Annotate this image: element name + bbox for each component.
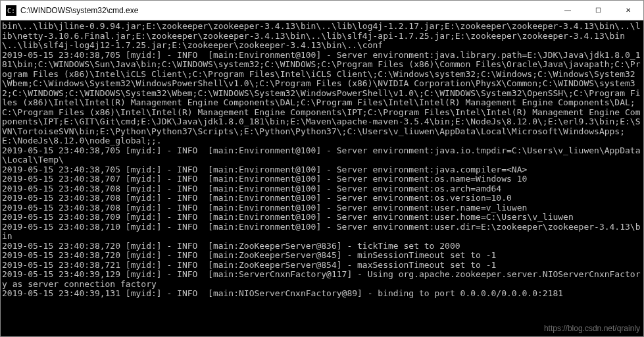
console-line: 2019-05-15 23:40:38,709 [myid:] - INFO [… [2,213,642,222]
console-line: 2019-05-15 23:40:38,720 [myid:] - INFO [… [2,242,642,251]
close-icon: ✕ [626,7,631,14]
maximize-button[interactable]: ☐ [583,1,613,20]
console-line: 2019-05-15 23:40:38,721 [myid:] - INFO [… [2,261,642,271]
minimize-icon: — [564,7,571,14]
console-output[interactable]: bin\..\lib\jline-0.9.94.jar;E:\zookeeper… [1,20,643,336]
console-line: 2019-05-15 23:40:38,710 [myid:] - INFO [… [2,222,642,242]
console-line: 2019-05-15 23:40:39,129 [myid:] - INFO [… [2,270,642,289]
window-title: C:\WINDOWS\system32\cmd.exe [20,6,553,15]
console-line: 2019-05-15 23:40:38,708 [myid:] - INFO [… [2,203,642,213]
console-line: 2019-05-15 23:40:38,705 [myid:] - INFO [… [2,51,642,146]
minimize-button[interactable]: — [553,1,583,20]
console-line: 2019-05-15 23:40:39,131 [myid:] - INFO [… [2,289,642,299]
console-line: 2019-05-15 23:40:38,705 [myid:] - INFO [… [2,165,642,175]
window-controls: — ☐ ✕ [553,1,643,20]
console-line: bin\..\lib\jline-0.9.94.jar;E:\zookeeper… [2,22,642,51]
close-button[interactable]: ✕ [613,1,643,20]
console-line: 2019-05-15 23:40:38,708 [myid:] - INFO [… [2,194,642,203]
titlebar[interactable]: C: C:\WINDOWS\system32\cmd.exe — ☐ ✕ [1,1,643,20]
console-line: 2019-05-15 23:40:38,705 [myid:] - INFO [… [2,146,642,165]
console-line: 2019-05-15 23:40:38,707 [myid:] - INFO [… [2,174,642,184]
cmd-window: C: C:\WINDOWS\system32\cmd.exe — ☐ ✕ bin… [0,0,644,337]
maximize-icon: ☐ [595,7,601,14]
svg-text:C:: C: [7,7,15,14]
console-line: 2019-05-15 23:40:38,708 [myid:] - INFO [… [2,184,642,194]
cmd-icon: C: [6,5,16,16]
console-line: 2019-05-15 23:40:38,720 [myid:] - INFO [… [2,251,642,261]
